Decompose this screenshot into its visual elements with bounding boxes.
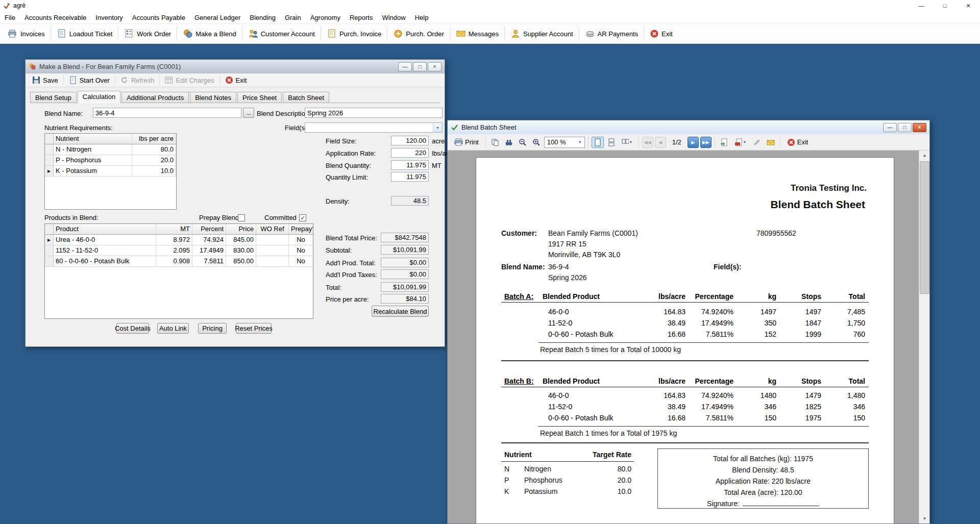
maximize-button[interactable]: □ xyxy=(933,0,957,11)
tab-blend-setup[interactable]: Blend Setup xyxy=(30,92,77,103)
fields-dropdown-button[interactable]: ▼ xyxy=(433,122,443,133)
scrollbar-thumb[interactable] xyxy=(920,161,929,294)
committed-checkbox[interactable]: ✓ xyxy=(299,214,306,221)
purch-order-icon xyxy=(393,29,403,39)
scroll-up-icon[interactable]: ▲ xyxy=(919,151,929,160)
reset-prices-button[interactable]: Reset Prices xyxy=(236,323,272,334)
print-button[interactable]: Print xyxy=(451,137,482,147)
pricing-button[interactable]: Pricing xyxy=(198,323,227,334)
first-page-button[interactable]: ◀◀ xyxy=(642,137,653,148)
tab-additional-products[interactable]: Additional Products xyxy=(121,92,189,103)
view-single-page-button[interactable] xyxy=(592,137,604,148)
edit-charges-button[interactable]: Edit Charges xyxy=(161,74,218,86)
menu-accounts-receivable[interactable]: Accounts Receivable xyxy=(20,11,91,24)
blend-exit-button[interactable]: Exit xyxy=(221,74,251,86)
menu-grain[interactable]: Grain xyxy=(280,11,306,24)
tab-calculation[interactable]: Calculation xyxy=(78,91,120,103)
menu-file[interactable]: File xyxy=(0,11,20,24)
previous-page-button[interactable]: ◀ xyxy=(655,137,666,148)
blend-description-input[interactable] xyxy=(305,108,443,118)
copy-button[interactable] xyxy=(489,137,501,148)
nutrient-requirements-table[interactable]: Nutrient lbs per acre N - Nitrogen 80.0 … xyxy=(44,133,177,210)
toolbar-messages[interactable]: Messages xyxy=(451,26,503,41)
toolbar-supplier-account[interactable]: Supplier Account xyxy=(506,26,578,41)
cost-details-button[interactable]: Cost Details xyxy=(116,323,149,334)
report-scrollbar[interactable]: ▲ ▼ xyxy=(919,151,929,523)
report-exit-button[interactable]: Exit xyxy=(783,137,812,147)
quantity-limit-input[interactable] xyxy=(391,172,429,182)
batch-totals-box: Total for all Batches (kg): 11975 Blend … xyxy=(657,448,869,509)
nutrient-row[interactable]: P - Phosphorus 20.0 xyxy=(45,155,176,166)
toolbar-exit[interactable]: Exit xyxy=(645,26,677,41)
scroll-down-icon[interactable]: ▼ xyxy=(919,514,929,523)
blend-minimize-button[interactable]: — xyxy=(398,62,412,71)
toolbar-purch-order[interactable]: Purch. Order xyxy=(388,26,448,41)
prepay-blend-checkbox[interactable] xyxy=(238,214,245,221)
menu-blending[interactable]: Blending xyxy=(245,11,280,24)
blend-close-button[interactable]: × xyxy=(428,62,442,71)
view-multipage-button[interactable]: ▼ xyxy=(619,137,635,148)
toolbar-loadout-ticket[interactable]: Loadout Ticket xyxy=(52,26,117,41)
zoom-out-button[interactable] xyxy=(517,137,529,148)
tab-batch-sheet[interactable]: Batch Sheet xyxy=(283,92,329,103)
zoom-in-button[interactable] xyxy=(530,137,543,148)
menu-accounts-payable[interactable]: Accounts Payable xyxy=(128,11,190,24)
view-continuous-button[interactable] xyxy=(605,137,618,148)
refresh-button[interactable]: Refresh xyxy=(116,74,159,86)
percent-cell: 74.924 xyxy=(192,235,226,245)
menu-reports[interactable]: Reports xyxy=(345,11,378,24)
last-page-button[interactable]: ▶▶ xyxy=(700,137,712,148)
batch-maximize-button[interactable]: □ xyxy=(898,123,912,132)
save-button[interactable]: Save xyxy=(28,74,62,86)
nutrient-row[interactable]: N - Nitrogen 80.0 xyxy=(45,144,176,155)
field-size-input[interactable] xyxy=(391,136,429,145)
tab-blend-notes[interactable]: Blend Notes xyxy=(190,92,236,103)
product-row[interactable]: ▶ Urea - 46-0-0 8.972 74.924 845.00 No xyxy=(45,235,313,245)
tab-price-sheet[interactable]: Price Sheet xyxy=(237,92,282,103)
blend-name-input[interactable] xyxy=(93,108,241,118)
selector-corner xyxy=(45,134,54,144)
product-row[interactable]: 1152 - 11-52-0 2.095 17.4949 830.00 No xyxy=(45,245,313,256)
nutrient-row[interactable]: ▶ K - Potassium 10.0 xyxy=(45,166,176,177)
blend-maximize-button[interactable]: □ xyxy=(413,62,427,71)
toolbar-invoices[interactable]: Invoices xyxy=(3,26,50,41)
menu-agronomy[interactable]: Agronomy xyxy=(306,11,345,24)
recalculate-blend-button[interactable]: Recalculate Blend xyxy=(372,306,429,317)
toolbar-separator xyxy=(588,137,589,148)
toolbar-separator xyxy=(177,27,177,40)
edit-report-button[interactable] xyxy=(751,137,763,148)
binoculars-icon xyxy=(505,138,513,146)
email-report-button[interactable] xyxy=(765,137,777,148)
batch-window-titlebar[interactable]: Blend Batch Sheet — □ × xyxy=(448,120,929,134)
exit-icon xyxy=(225,76,233,84)
minimize-button[interactable]: — xyxy=(910,0,933,11)
find-button[interactable] xyxy=(503,137,515,148)
blend-quantity-unit: MT xyxy=(432,162,442,169)
products-table[interactable]: Product MT Percent Price WO Ref Prepay? … xyxy=(44,223,313,319)
menu-window[interactable]: Window xyxy=(377,11,410,24)
menu-inventory[interactable]: Inventory xyxy=(91,11,127,24)
zoom-level-select[interactable]: 100 % ▼ xyxy=(544,137,585,148)
blend-quantity-input[interactable] xyxy=(391,160,429,170)
product-row[interactable]: 60 - 0-0-60 - Potash Bulk 0.908 7.5811 8… xyxy=(45,256,313,267)
toolbar-customer-account[interactable]: Customer Account xyxy=(243,26,320,41)
batch-close-button[interactable]: × xyxy=(913,123,926,132)
close-button[interactable]: × xyxy=(957,0,980,11)
batch-minimize-button[interactable]: — xyxy=(883,123,897,132)
blend-window-titlebar[interactable]: Make a Blend - For Bean Family Farms (C0… xyxy=(26,60,445,73)
menu-general-ledger[interactable]: General Ledger xyxy=(190,11,245,24)
menu-help[interactable]: Help xyxy=(410,11,433,24)
fields-input[interactable] xyxy=(305,122,443,133)
start-over-button[interactable]: Start Over xyxy=(65,74,114,86)
toolbar-work-order[interactable]: Work Order xyxy=(119,26,176,41)
toolbar-ar-payments[interactable]: AR Payments xyxy=(580,26,643,41)
toolbar-make-a-blend[interactable]: Make a Blend xyxy=(178,26,241,41)
next-page-button[interactable]: ▶ xyxy=(688,137,699,148)
blend-name-lookup-button[interactable]: ... xyxy=(243,108,254,118)
application-rate-input[interactable] xyxy=(391,148,429,158)
export-report-button[interactable] xyxy=(718,137,730,148)
blend-window-controls: — □ × xyxy=(398,62,442,71)
export-pdf-button[interactable]: ▼ xyxy=(732,137,749,148)
auto-link-button[interactable]: Auto Link xyxy=(157,323,189,334)
toolbar-purch-invoice[interactable]: Purch. Invoice xyxy=(322,26,386,41)
